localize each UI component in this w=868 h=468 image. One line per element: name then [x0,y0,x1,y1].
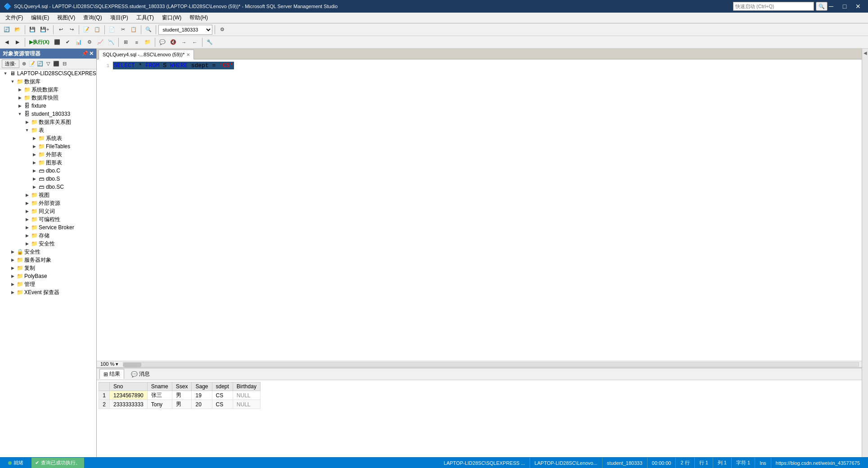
tree-node[interactable]: ▶📁存储 [0,232,96,240]
paste-btn[interactable]: 📋 [129,25,139,35]
oe-new-query-icon[interactable]: 📝 [28,60,36,68]
new-query-btn2[interactable]: 📝 [81,25,91,35]
tree-node[interactable]: ▶📁数据库快照 [0,94,96,102]
results-tab-results[interactable]: ⊞ 结果 [99,369,124,379]
tree-expander-icon[interactable]: ▶ [23,216,31,223]
tree-node[interactable]: ▼🗄student_180333 [0,110,96,118]
tree-expander-icon[interactable]: ▶ [9,248,16,255]
tree-node[interactable]: ▶📁外部资源 [0,199,96,207]
menu-project[interactable]: 项目(P) [107,13,132,23]
tree-expander-icon[interactable]: ▶ [31,151,38,158]
tree-node[interactable]: ▶📁数据库关系图 [0,118,96,126]
tree-expander-icon[interactable]: ▶ [9,273,16,280]
menu-edit[interactable]: 编辑(E) [27,13,53,23]
tree-node[interactable]: ▼📁表 [0,126,96,134]
tree-expander-icon[interactable]: ▶ [9,289,16,296]
tree-node[interactable]: ▶🔒安全性 [0,248,96,256]
display-est-btn[interactable]: 📊 [74,37,84,47]
search-btn[interactable]: 🔍 [144,25,153,35]
uncomment-btn[interactable]: 🔇 [168,37,178,47]
redo-btn[interactable]: ↪ [67,25,76,35]
oe-filter-icon[interactable]: ▽ [45,60,52,68]
execute-btn[interactable]: ▶ 执行(X) [27,37,51,47]
tree-expander-icon[interactable]: ▼ [9,78,16,85]
oe-refresh-icon[interactable]: 🔄 [36,60,44,68]
tree-expander-icon[interactable]: ▶ [31,175,38,182]
tree-node[interactable]: ▶📁FileTables [0,142,96,150]
tree-node[interactable]: ▶📁视图 [0,191,96,199]
tree-node[interactable]: ▶📁PolyBase [0,272,96,280]
status-url[interactable]: https://blog.csdn.net/weixin_43577675 [771,458,864,468]
menu-query[interactable]: 查询(Q) [80,13,105,23]
tree-node[interactable]: ▶📁安全性 [0,240,96,248]
open-btn[interactable]: 📂 [13,25,22,35]
include-client-btn[interactable]: 📉 [106,37,116,47]
settings-btn[interactable]: ⚙ [217,25,227,35]
results-grid-btn[interactable]: ⊞ [121,37,131,47]
tree-expander-icon[interactable]: ▶ [16,94,23,101]
menu-help[interactable]: 帮助(H) [186,13,211,23]
include-actual-btn[interactable]: 📈 [95,37,105,47]
menu-file[interactable]: 文件(F) [2,13,27,23]
tree-expander-icon[interactable]: ▶ [23,118,31,126]
tree-expander-icon[interactable]: ▼ [16,110,23,118]
tree-node[interactable]: ▶📁Service Broker [0,223,96,232]
tree-node[interactable]: ▶🗃dbo.S [0,175,96,183]
copy-btn[interactable]: 📄 [107,25,117,35]
menu-tools[interactable]: 工具(T) [133,13,157,23]
tree-expander-icon[interactable]: ▶ [23,200,31,207]
table-row[interactable]: 11234567890张三男19CSNULL [99,391,261,400]
quick-launch-button[interactable]: 🔍 [816,2,828,11]
sql-editor[interactable]: 1 SELECT * FROM S WHERE sdept = 'CS' [97,59,862,361]
tree-node[interactable]: ▶🗃dbo.C [0,167,96,175]
tree-expander-icon[interactable]: ▶ [9,281,16,288]
menu-window[interactable]: 窗口(W) [158,13,185,23]
oe-disconnect-icon[interactable]: ⊗ [20,60,27,68]
tree-node[interactable]: ▼🖥LAPTOP-LID28SC\SQLEXPRES... [0,69,96,77]
misc-btn[interactable]: 🔧 [205,37,215,47]
tree-node[interactable]: ▶📁外部表 [0,150,96,159]
stop-btn[interactable]: ⬛ [52,37,62,47]
maximize-button[interactable]: □ [838,1,851,11]
tree-expander-icon[interactable]: ▶ [9,256,16,264]
tree-node[interactable]: ▶📁可编程性 [0,215,96,223]
zoom-level[interactable]: 100 % ▾ [98,361,121,367]
tree-node[interactable]: ▶📁系统数据库 [0,86,96,94]
tree-expander-icon[interactable]: ▶ [16,86,23,93]
oe-close-icon[interactable]: ✕ [89,50,94,57]
parse-btn[interactable]: ✔ [63,37,73,47]
tree-node[interactable]: ▶📁图形表 [0,159,96,167]
tree-expander-icon[interactable]: ▼ [23,127,31,134]
oe-connect-button[interactable]: 连接· [2,59,19,68]
undo-btn[interactable]: ↩ [56,25,66,35]
tree-expander-icon[interactable]: ▶ [31,183,38,191]
tree-expander-icon[interactable]: ▶ [31,167,38,174]
tree-node[interactable]: ▶🗃dbo.SC [0,183,96,191]
tree-expander-icon[interactable]: ▶ [31,135,38,142]
tree-expander-icon[interactable]: ▼ [2,70,9,77]
tree-expander-icon[interactable]: ▶ [16,102,23,109]
tree-node[interactable]: ▶📁同义词 [0,207,96,215]
tree-expander-icon[interactable]: ▶ [23,240,31,247]
tree-expander-icon[interactable]: ▶ [31,159,38,166]
tree-node[interactable]: ▶🗄fixture [0,102,96,110]
comment-btn[interactable]: 💬 [157,37,167,47]
quick-launch-input[interactable] [733,2,814,11]
tree-node[interactable]: ▼📁数据库 [0,77,96,86]
results-tab-messages[interactable]: 💬 消息 [127,369,154,379]
tree-node[interactable]: ▶📁XEvent 探查器 [0,288,96,296]
outdent-btn[interactable]: ← [190,37,200,47]
forward-btn[interactable]: ▶ [13,37,22,47]
db-selector[interactable]: student_180333 [158,25,212,35]
save-btn[interactable]: 💾 [27,25,37,35]
tree-expander-icon[interactable]: ▶ [23,224,31,231]
editor-tab-close[interactable]: ✕ [186,52,190,57]
save-all-btn[interactable]: 💾+ [38,25,51,35]
tree-expander-icon[interactable]: ▶ [23,232,31,239]
oe-collapse-icon[interactable]: ⊟ [61,60,68,68]
tree-expander-icon[interactable]: ▶ [9,264,16,272]
tree-expander-icon[interactable]: ▶ [31,143,38,150]
tree-expander-icon[interactable]: ▶ [23,191,31,199]
query-opts-btn[interactable]: ⚙ [85,37,94,47]
table-row[interactable]: 22333333333Tony男20CSNULL [99,400,261,409]
